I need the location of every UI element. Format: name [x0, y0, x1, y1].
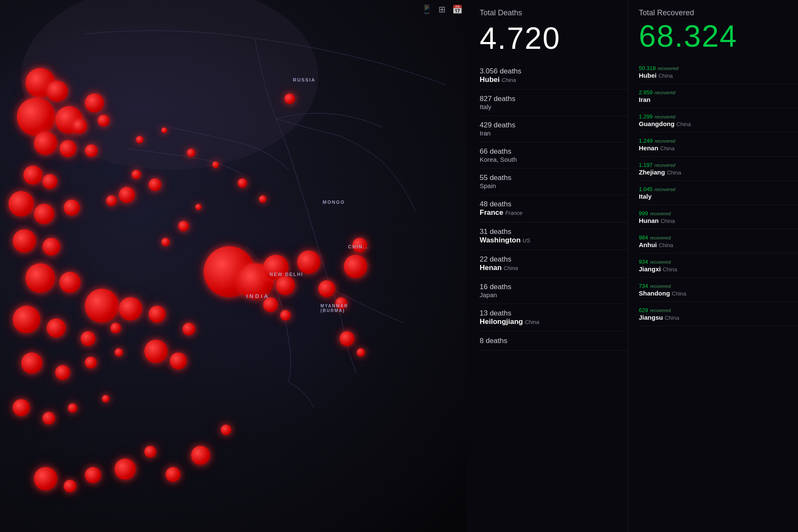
- recovered-count-guangdong: 1.299: [639, 113, 653, 120]
- outbreak-dot: [191, 446, 210, 465]
- death-location-heilongjiang: Heilongjiang: [480, 318, 523, 326]
- recovered-item-anhui: 984 recovered Anhui China: [639, 229, 798, 253]
- outbreak-dot: [98, 115, 110, 127]
- outbreak-dot: [170, 352, 187, 369]
- recovered-item-italy: 1.045 recovered Italy: [639, 181, 798, 205]
- total-deaths-value: 4.720: [480, 23, 628, 53]
- recovered-label-zhejiang: recovered: [655, 163, 675, 168]
- death-count-8: 8 deaths: [480, 337, 628, 345]
- death-location-henan: Henan: [480, 264, 502, 272]
- recovered-label-iran: recovered: [655, 90, 675, 95]
- outbreak-dot: [136, 136, 143, 144]
- death-count-italy: 827 deaths: [480, 95, 628, 103]
- recovered-label-italy: recovered: [655, 187, 675, 192]
- recovered-column: Total Recovered 68.324 50.318 recovered …: [628, 0, 798, 532]
- outbreak-dot: [81, 331, 96, 346]
- recovered-loc-shandong: Shandong: [639, 290, 670, 297]
- recovered-region-jiangxi: China: [663, 266, 677, 273]
- deaths-header: Total Deaths: [480, 8, 628, 20]
- recovered-loc-hubei: Hubei: [639, 72, 657, 79]
- death-region-henan: China: [503, 265, 518, 271]
- outbreak-dot: [187, 149, 195, 157]
- recovered-header: Total Recovered: [639, 8, 798, 17]
- outbreak-dot: [340, 331, 354, 346]
- recovered-label-henan: recovered: [655, 138, 675, 144]
- death-location-spain: Spain: [480, 182, 628, 189]
- outbreak-dot: [102, 395, 110, 403]
- outbreak-dot: [34, 467, 57, 490]
- outbreak-dot: [13, 306, 40, 333]
- outbreak-dot: [144, 340, 168, 363]
- outbreak-dot: [59, 140, 76, 157]
- outbreak-dot: [110, 323, 121, 333]
- outbreak-dot: [259, 195, 267, 203]
- deaths-column: Total Deaths 4.720 3.056 deaths Hubei Ch…: [467, 0, 628, 532]
- recovered-loc-jiangsu: Jiangsu: [639, 314, 663, 321]
- death-item-henan: 22 deaths Henan China: [480, 250, 628, 278]
- death-item-japan: 16 deaths Japan: [480, 278, 628, 304]
- recovered-item-jiangxi: 934 recovered Jiangxi China: [639, 253, 798, 278]
- death-count-henan: 22 deaths: [480, 255, 628, 264]
- outbreak-dot: [47, 81, 68, 102]
- death-count-iran: 429 deaths: [480, 121, 628, 129]
- outbreak-dot: [212, 161, 219, 168]
- death-count-spain: 55 deaths: [480, 174, 628, 182]
- death-location-korea: Korea, South: [480, 156, 628, 163]
- recovered-region-hunan: China: [660, 218, 675, 224]
- outbreak-dot: [8, 191, 34, 217]
- outbreak-dot: [59, 272, 81, 293]
- death-location-iran: Iran: [480, 129, 628, 137]
- grid-icon[interactable]: ⊞: [438, 4, 446, 14]
- outbreak-dot: [149, 178, 161, 191]
- right-panel: Total Deaths 4.720 3.056 deaths Hubei Ch…: [467, 0, 798, 532]
- death-item-iran: 429 deaths Iran: [480, 116, 628, 142]
- recovered-loc-iran: Iran: [639, 96, 651, 103]
- total-recovered-value: 68.324: [639, 21, 798, 51]
- recovered-label-hubei: recovered: [658, 66, 678, 71]
- recovered-region-henan: China: [660, 145, 674, 152]
- outbreak-dot: [85, 467, 101, 483]
- recovered-item-shandong: 734 recovered Shandong China: [639, 278, 798, 302]
- calendar-icon[interactable]: 📅: [452, 4, 463, 14]
- recovered-label-jiangxi: recovered: [650, 259, 671, 265]
- recovered-item-zhejiang: 1.197 recovered Zhejiang China: [639, 157, 798, 181]
- outbreak-dot: [344, 255, 367, 278]
- outbreak-dot: [85, 144, 98, 157]
- recovered-loc-italy: Italy: [639, 193, 652, 200]
- phone-icon[interactable]: 📱: [421, 4, 432, 14]
- map-label-myanmar: MYANMAR(BURMA): [320, 304, 348, 313]
- recovered-region-jiangsu: China: [665, 315, 679, 321]
- recovered-item-hubei: 50.318 recovered Hubei China: [639, 60, 798, 84]
- outbreak-dot: [132, 170, 141, 179]
- recovered-count-italy-r: 1.045: [639, 186, 653, 192]
- death-region-washington: US: [523, 237, 530, 244]
- recovered-region-guangdong: China: [677, 121, 691, 127]
- recovered-item-hunan: 999 recovered Hunan China: [639, 205, 798, 229]
- outbreak-dot: [119, 297, 142, 321]
- recovered-item-guangdong: 1.299 recovered Guangdong China: [639, 108, 798, 132]
- recovered-loc-jiangxi: Jiangxi: [639, 265, 661, 273]
- outbreak-dot: [276, 276, 295, 295]
- death-item-heilongjiang: 13 deaths Heilongjiang China: [480, 304, 628, 332]
- outbreak-dot: [195, 204, 202, 210]
- death-location-hubei: Hubei: [480, 76, 500, 84]
- recovered-label-hunan: recovered: [650, 211, 671, 216]
- outbreak-dot: [85, 357, 97, 369]
- recovered-count-hunan: 999: [639, 210, 648, 217]
- recovered-region-shandong: China: [672, 290, 686, 297]
- outbreak-dot: [42, 412, 55, 425]
- outbreak-dot: [13, 399, 30, 416]
- outbreak-dot: [280, 310, 291, 321]
- recovered-region-zhejiang: China: [667, 169, 681, 176]
- death-item-8: 8 deaths: [480, 332, 628, 351]
- outbreak-dot: [161, 127, 167, 133]
- recovered-count-shandong: 734: [639, 283, 648, 289]
- death-item-washington: 31 deaths Washington US: [480, 222, 628, 250]
- recovered-count-henan-r: 1.249: [639, 138, 653, 144]
- outbreak-dot: [42, 238, 60, 256]
- recovered-label-anhui: recovered: [650, 235, 671, 240]
- recovered-item-henan: 1.249 recovered Henan China: [639, 132, 798, 157]
- outbreak-dot: [25, 263, 55, 293]
- death-location-washington: Washington: [480, 236, 521, 244]
- outbreak-dot: [106, 195, 117, 206]
